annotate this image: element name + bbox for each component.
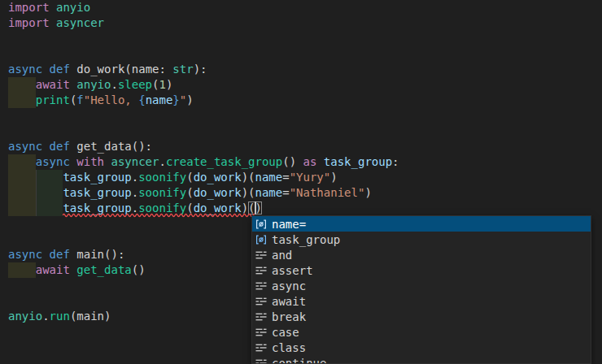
suggestion-item-task_group[interactable]: task_group [252, 232, 591, 247]
suggestion-item-assert[interactable]: assert [252, 262, 591, 278]
code-token: def [50, 140, 70, 153]
code-token: . [132, 186, 138, 199]
code-token: = [282, 186, 289, 199]
suggestion-item-name[interactable]: name= [252, 216, 591, 232]
code-token: asyncer [111, 155, 159, 168]
symbol-keyword-icon [255, 264, 268, 277]
symbol-keyword-icon [255, 326, 268, 339]
suggestion-label: class [272, 341, 306, 354]
code-token: ( [124, 63, 131, 76]
code-token: { [138, 93, 145, 106]
symbol-keyword-icon [255, 280, 268, 292]
suggestion-label: task_group [272, 233, 340, 246]
suggestion-item-case[interactable]: case [252, 324, 591, 340]
code-token: "Hello, [84, 93, 138, 106]
code-token: ( [186, 171, 193, 184]
code-token: main [76, 248, 104, 261]
symbol-variable-icon [255, 218, 268, 231]
code-token [42, 140, 49, 153]
suggestion-label: assert [272, 264, 313, 277]
code-token: print [36, 93, 70, 106]
suggestion-label: and [272, 249, 292, 262]
code-token [316, 155, 323, 168]
code-token: await [36, 263, 70, 276]
code-token: get_data [76, 263, 131, 276]
code-token: async [8, 140, 42, 153]
suggestion-label: continue [272, 357, 326, 364]
symbol-keyword-icon [255, 295, 268, 308]
code-token: . [42, 310, 49, 323]
code-token: "Yury" [290, 171, 331, 184]
code-token: task_group [63, 186, 131, 199]
text-cursor [255, 202, 256, 214]
code-token: task_group [63, 202, 131, 214]
code-token [50, 1, 56, 14]
bracket-match-highlight: ) [255, 202, 262, 214]
code-token: : [159, 63, 173, 76]
indent-whitespace [8, 155, 36, 168]
code-token: 1 [159, 78, 166, 91]
code-token: def [50, 63, 70, 76]
code-token: name [255, 186, 283, 199]
code-token [42, 63, 49, 76]
code-token: do_work [76, 63, 124, 76]
code-token: with [76, 155, 104, 168]
code-token: ( [186, 202, 193, 214]
code-token: . [159, 155, 165, 168]
code-token: soonify [138, 202, 186, 214]
suggestion-label: await [272, 295, 306, 308]
code-token: . [132, 171, 138, 184]
indent-whitespace [8, 171, 63, 184]
code-token: anyio [76, 78, 111, 91]
symbol-keyword-icon [255, 357, 268, 364]
code-token: do_work [194, 171, 242, 184]
code-line[interactable]: async def get_data(): [0, 139, 602, 154]
code-editor[interactable]: import anyioimport asyncerasync def do_w… [0, 0, 602, 364]
code-token: anyio [8, 310, 42, 323]
symbol-variable-icon [255, 233, 268, 246]
suggest-widget[interactable]: name=task_groupandassertasyncawaitbreakc… [251, 215, 591, 364]
suggestion-label: case [272, 326, 299, 339]
suggestion-item-continue[interactable]: continue [252, 355, 591, 364]
code-line[interactable]: task_group.soonify(do_work)() [0, 201, 602, 216]
code-line[interactable]: task_group.soonify(do_work)(name="Nathan… [0, 185, 602, 201]
code-token: ) [186, 93, 193, 106]
code-token: name [146, 93, 173, 106]
code-token: : [392, 155, 399, 168]
code-line[interactable]: await anyio.sleep(1) [0, 77, 602, 93]
symbol-keyword-icon [255, 249, 268, 262]
code-token: "Nathaniel" [290, 186, 365, 199]
code-token: ) [104, 310, 111, 323]
suggestion-label: name= [272, 218, 306, 231]
code-token: ) [364, 186, 371, 199]
suggestion-item-class[interactable]: class [252, 340, 591, 355]
code-line[interactable]: task_group.soonify(do_work)(name="Yury") [0, 170, 602, 185]
indent-whitespace [8, 202, 63, 214]
code-token: soonify [138, 171, 186, 184]
suggestion-item-async[interactable]: async [252, 278, 591, 293]
code-token: main [76, 310, 104, 323]
code-token: import [8, 1, 50, 14]
indent-whitespace [8, 263, 36, 276]
code-token: sleep [118, 78, 152, 91]
code-line[interactable] [0, 31, 602, 46]
suggestion-item-and[interactable]: and [252, 247, 591, 262]
suggestion-label: break [272, 310, 306, 323]
code-token: )( [242, 186, 255, 199]
suggestion-item-await[interactable]: await [252, 293, 591, 309]
code-line[interactable]: print(f"Hello, {name}") [0, 93, 602, 108]
code-line[interactable]: import asyncer [0, 15, 602, 31]
code-token: (): [104, 248, 124, 261]
code-line[interactable] [0, 46, 602, 62]
code-token: name [132, 63, 159, 76]
code-line[interactable]: async with asyncer.create_task_group() a… [0, 154, 602, 170]
code-line[interactable]: async def do_work(name: str): [0, 62, 602, 77]
suggestion-item-break[interactable]: break [252, 309, 591, 324]
code-token: async [36, 155, 70, 168]
code-token: " [180, 93, 186, 106]
code-line[interactable] [0, 108, 602, 124]
code-line[interactable]: import anyio [0, 0, 602, 15]
code-token: task_group [63, 171, 131, 184]
code-line[interactable] [0, 124, 602, 139]
code-token [50, 16, 56, 29]
